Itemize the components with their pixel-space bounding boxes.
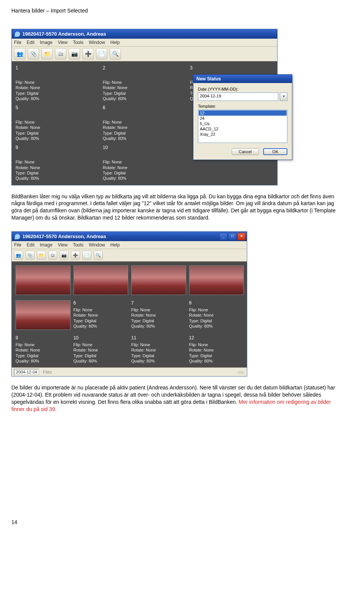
menu-window[interactable]: Window xyxy=(89,242,105,248)
window-controls: _ □ × xyxy=(219,233,246,240)
template-option[interactable]: 12 xyxy=(199,110,287,116)
image-slot[interactable]: 5Flip: NoneRotate: NoneType: DigitalQual… xyxy=(16,105,99,141)
nav-arrows[interactable]: ◁ ▷ xyxy=(237,370,245,374)
menu-tools[interactable]: Tools xyxy=(73,40,83,45)
image-slot[interactable]: 2Flip: NoneRotate: NoneType: DigitalQual… xyxy=(103,65,186,101)
image-slot[interactable]: 9Flip: NoneRotate: NoneType: DigitalQual… xyxy=(16,335,70,364)
image-slot[interactable]: 10Flip: NoneRotate: NoneType: DigitalQua… xyxy=(103,145,186,181)
menu-window[interactable]: Window xyxy=(89,40,105,45)
ok-button[interactable]: OK xyxy=(263,148,287,155)
image-slot[interactable]: 1Flip: NoneRotate: NoneType: DigitalQual… xyxy=(16,65,99,101)
status-bar: 2004-12-04 Files ◁ ▷ xyxy=(12,367,247,376)
camera-icon[interactable]: 📷 xyxy=(60,251,69,260)
date-input[interactable]: 2004-12-19 xyxy=(198,93,278,101)
add-icon[interactable]: ➕ xyxy=(82,48,94,60)
attach-icon[interactable]: 📎 xyxy=(28,48,39,60)
doc-icon[interactable]: 📄 xyxy=(82,251,91,260)
card-icon[interactable]: 🗂 xyxy=(55,48,66,60)
menu-edit[interactable]: Edit xyxy=(27,242,35,248)
dialog-title: New Status xyxy=(196,76,221,82)
slot-quality: Quality: 80% xyxy=(74,358,128,364)
date-dropdown-button[interactable]: ▾ xyxy=(280,93,287,101)
image-slot[interactable]: 11Flip: NoneRotate: NoneType: DigitalQua… xyxy=(131,335,185,364)
image-slot[interactable]: 7Flip: NoneRotate: NoneType: DigitalQual… xyxy=(131,300,185,331)
slot-quality: Quality: 80% xyxy=(189,323,243,329)
toolbar-2: 👥📎📁🗂📷➕📄🔍 xyxy=(12,249,247,262)
window-title: 19620417-5570 Andersson, Andreas xyxy=(22,31,106,37)
template-option[interactable]: Xray_22 xyxy=(199,132,287,137)
slot-flip: Flip: None xyxy=(16,80,99,85)
card-icon[interactable]: 🗂 xyxy=(48,251,57,260)
slot-type: Type: Digital xyxy=(74,318,128,323)
app-window-1: 19620417-5570 Andersson, Andreas FileEdi… xyxy=(11,29,278,185)
slot-quality: Quality: 80% xyxy=(131,323,185,329)
slot-flip: Flip: None xyxy=(16,119,99,125)
slot-flip: Flip: None xyxy=(103,119,186,125)
slot-number: 6 xyxy=(74,300,128,306)
menu-image[interactable]: Image xyxy=(40,40,52,45)
add-icon[interactable]: ➕ xyxy=(71,251,80,260)
menu-view[interactable]: View xyxy=(58,242,67,248)
search-icon[interactable]: 🔍 xyxy=(110,48,121,60)
folder-icon[interactable]: 📁 xyxy=(41,48,53,60)
page-heading: Hantera bilder – Import Selected xyxy=(11,8,353,14)
people-icon[interactable]: 👥 xyxy=(14,48,25,60)
search-icon[interactable]: 🔍 xyxy=(94,251,103,260)
slot-rotate: Rotate: None xyxy=(131,312,185,318)
slot-number: 8 xyxy=(189,300,243,306)
menu-file[interactable]: File xyxy=(14,40,21,45)
slot-number: 11 xyxy=(131,335,185,341)
menu-help[interactable]: Help xyxy=(110,40,120,45)
image-slot[interactable]: 10Flip: NoneRotate: NoneType: DigitalQua… xyxy=(74,335,128,364)
slot-type: Type: Digital xyxy=(131,318,185,323)
template-listbox[interactable]: 12245_UsAACD_12Xray_22 xyxy=(198,110,287,143)
slot-rotate: Rotate: None xyxy=(74,312,128,318)
folder-icon[interactable]: 📁 xyxy=(37,251,46,260)
menu-tools[interactable]: Tools xyxy=(73,242,83,248)
slot-type: Type: Digital xyxy=(103,170,186,176)
cancel-button[interactable]: Cancel xyxy=(232,148,259,155)
slot-number: 10 xyxy=(103,145,186,150)
close-button[interactable]: × xyxy=(237,233,246,240)
maximize-button[interactable]: □ xyxy=(228,233,237,240)
slot-type: Type: Digital xyxy=(74,353,128,358)
slot-quality: Quality: 80% xyxy=(189,358,243,364)
people-icon[interactable]: 👥 xyxy=(14,251,23,260)
menu-view[interactable]: View xyxy=(58,40,67,45)
doc-icon[interactable]: 📄 xyxy=(96,48,107,60)
image-slot[interactable] xyxy=(131,265,185,297)
menu-image[interactable]: Image xyxy=(40,242,52,248)
paragraph-1: BildBanken låter mig nu välja vilken typ… xyxy=(11,193,345,222)
window-title-2: 19620417-5570 Andersson, Andreas xyxy=(22,234,106,239)
template-option[interactable]: 5_Us xyxy=(199,121,287,126)
menu-file[interactable]: File xyxy=(14,242,21,248)
image-slot[interactable] xyxy=(16,300,70,331)
slot-type: Type: Digital xyxy=(103,130,186,136)
slot-number: 10 xyxy=(74,335,128,341)
image-slot[interactable]: 9Flip: NoneRotate: NoneType: DigitalQual… xyxy=(16,145,99,181)
image-slot[interactable] xyxy=(74,265,128,297)
image-slot[interactable]: 6Flip: NoneRotate: NoneType: DigitalQual… xyxy=(103,105,186,141)
camera-icon[interactable]: 📷 xyxy=(69,48,80,60)
image-slot[interactable]: 8Flip: NoneRotate: NoneType: DigitalQual… xyxy=(189,300,243,331)
attach-icon[interactable]: 📎 xyxy=(25,251,35,260)
template-option[interactable]: 24 xyxy=(199,116,287,121)
image-slot[interactable]: 6Flip: NoneRotate: NoneType: DigitalQual… xyxy=(74,300,128,331)
image-grid-1: New Status Date (YYYY-MM-DD): 2004-12-19… xyxy=(12,61,277,185)
app-icon xyxy=(15,31,20,37)
menu-edit[interactable]: Edit xyxy=(27,40,35,45)
menu-help[interactable]: Help xyxy=(110,242,120,248)
template-option[interactable]: AACD_12 xyxy=(199,126,287,132)
image-slot[interactable] xyxy=(16,265,70,297)
slot-flip: Flip: None xyxy=(103,80,186,85)
slot-type: Type: Digital xyxy=(16,353,70,358)
titlebar-1: 19620417-5570 Andersson, Andreas xyxy=(12,29,277,39)
minimize-button[interactable]: _ xyxy=(219,233,228,240)
image-slot[interactable]: 12Flip: NoneRotate: NoneType: DigitalQua… xyxy=(189,335,243,364)
slot-quality: Quality: 80% xyxy=(74,323,128,329)
image-slot[interactable] xyxy=(189,265,243,297)
status-date[interactable]: 2004-12-04 xyxy=(14,369,39,375)
slot-number: 9 xyxy=(16,145,99,150)
slot-type: Type: Digital xyxy=(16,170,99,176)
thumbnail-4 xyxy=(189,265,244,295)
